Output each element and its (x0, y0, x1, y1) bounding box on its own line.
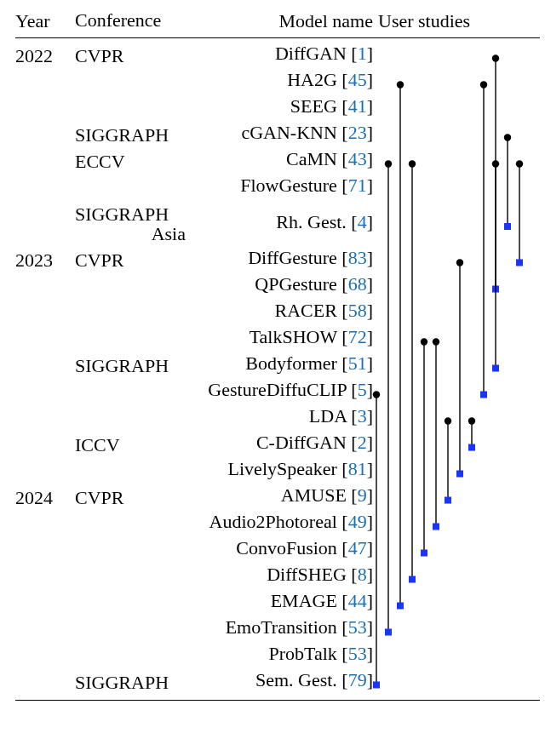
cell-model: Bodyformer [51] (186, 353, 378, 374)
cell-conference (75, 591, 186, 593)
chain-start-dot (409, 160, 416, 167)
citation[interactable]: 81 (348, 458, 367, 479)
citation[interactable]: 3 (358, 405, 367, 427)
header-studies: User studies (378, 10, 540, 32)
chain-end-square (421, 550, 427, 557)
citation[interactable]: 49 (348, 511, 367, 532)
cell-conference (75, 380, 186, 382)
cell-model: EmoTransition [53] (186, 617, 378, 638)
chain-end-square (456, 471, 463, 478)
cell-year: 2023 (15, 248, 75, 271)
cell-model: QPGesture [68] (186, 274, 378, 295)
cell-conference (75, 564, 186, 567)
citation[interactable]: 5 (358, 379, 367, 400)
header-conference: Conference (75, 10, 186, 30)
citation[interactable]: 45 (348, 69, 367, 90)
chain-start-dot (373, 391, 380, 398)
cell-conference (75, 459, 186, 461)
cell-year (15, 274, 75, 277)
cell-conference (75, 538, 186, 541)
cell-conference (75, 617, 186, 620)
cell-conference: CVPR (75, 248, 186, 270)
cell-model: Audio2Photoreal [49] (186, 512, 378, 532)
cell-year (15, 301, 75, 303)
cell-year (15, 380, 75, 382)
chain-end-square (433, 524, 439, 530)
chain-start-dot (385, 160, 392, 167)
citation[interactable]: 53 (348, 616, 367, 638)
cell-year (15, 175, 75, 178)
cell-model: Sem. Gest. [79] (186, 670, 378, 690)
cell-model: LDA [3] (186, 406, 378, 427)
citation[interactable]: 23 (348, 122, 367, 143)
cell-model: EMAGE [44] (186, 591, 378, 611)
chain-start-dot (504, 134, 511, 140)
cell-conference: SIGGRAPH (75, 353, 186, 375)
cell-year (15, 512, 75, 514)
cell-year (15, 406, 75, 409)
header-year: Year (15, 10, 75, 32)
cell-conference (75, 406, 186, 409)
citation[interactable]: 53 (348, 643, 367, 664)
cell-conference: SIGGRAPH (75, 670, 186, 692)
cell-conference (75, 512, 186, 514)
cell-year (15, 459, 75, 461)
header-model: Model name (186, 10, 378, 32)
cell-year (15, 644, 75, 646)
studies-svg (373, 43, 536, 756)
cell-model: TalkSHOW [72] (186, 327, 378, 347)
citation[interactable]: 43 (348, 148, 367, 169)
cell-model: DiffGesture [83] (186, 248, 378, 268)
chain-start-dot (516, 160, 523, 167)
cell-year (15, 538, 75, 541)
citation[interactable]: 1 (358, 43, 367, 64)
chain-end-square (480, 392, 487, 398)
chain-end-square (516, 260, 523, 266)
citation[interactable]: 47 (348, 537, 367, 558)
chain-start-dot (492, 160, 499, 167)
citation[interactable]: 72 (348, 326, 367, 347)
cell-model: ProbTalk [53] (186, 644, 378, 664)
citation[interactable]: 71 (348, 175, 367, 196)
cell-model: RACER [58] (186, 301, 378, 321)
chain-start-dot (433, 338, 439, 345)
cell-conference: ICCV (75, 432, 186, 455)
citation[interactable]: 79 (348, 669, 367, 690)
cell-model: SEEG [41] (186, 96, 378, 117)
citation[interactable]: 8 (358, 564, 367, 585)
cell-conference (75, 96, 186, 99)
chain-start-dot (492, 54, 499, 61)
cell-model: LivelySpeaker [81] (186, 459, 378, 479)
cell-model: GestureDiffuCLIP [5] (186, 380, 378, 400)
citation[interactable]: 83 (348, 247, 367, 268)
citation[interactable]: 58 (348, 300, 367, 321)
cell-conference (75, 644, 186, 646)
chain-start-dot (421, 338, 427, 345)
chain-end-square (468, 444, 475, 451)
cell-conference (75, 175, 186, 178)
table-body: 2022CVPRDiffGAN [1]HA2G [45]SEEG [41]SIG… (15, 43, 540, 696)
cell-year: 2024 (15, 485, 75, 508)
cell-year (15, 202, 75, 204)
cell-model: HA2G [45] (186, 70, 378, 90)
cell-conference: CVPR (75, 485, 186, 507)
citation[interactable]: 41 (348, 95, 367, 117)
cell-year (15, 353, 75, 356)
cell-conference: SIGGRAPHAsia (75, 202, 186, 243)
chain-end-square (445, 497, 451, 504)
citation[interactable]: 68 (348, 273, 367, 295)
chain-end-square (397, 603, 404, 610)
cell-year (15, 591, 75, 593)
citation[interactable]: 2 (358, 432, 367, 453)
citation[interactable]: 4 (358, 211, 367, 232)
chain-end-square (492, 365, 499, 372)
chain-start-dot (445, 417, 451, 424)
table-header: Year Conference Model name User studies (15, 10, 540, 38)
chain-start-dot (456, 259, 463, 266)
citation[interactable]: 9 (358, 484, 367, 506)
cell-year (15, 670, 75, 673)
citation[interactable]: 51 (348, 352, 367, 374)
cell-conference (75, 274, 186, 277)
cell-model: FlowGesture [71] (186, 175, 378, 196)
citation[interactable]: 44 (348, 590, 367, 611)
